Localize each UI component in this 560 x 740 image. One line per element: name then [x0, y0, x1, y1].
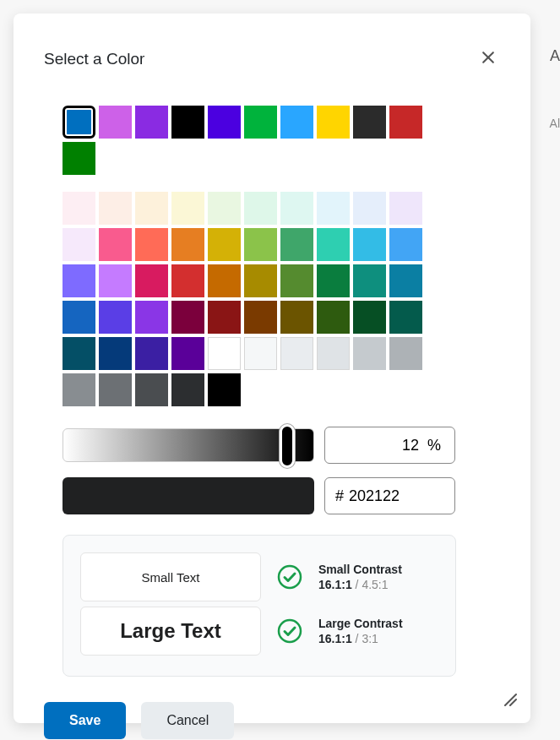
preview-row: #	[63, 477, 500, 514]
color-swatch[interactable]	[135, 301, 168, 334]
color-swatch[interactable]	[63, 106, 95, 139]
color-swatch[interactable]	[244, 264, 277, 297]
dialog-header: Select a Color	[44, 46, 500, 72]
color-swatch[interactable]	[99, 192, 132, 225]
color-swatch[interactable]	[135, 192, 168, 225]
extended-swatch-grid	[63, 192, 456, 406]
cancel-button[interactable]: Cancel	[141, 702, 234, 739]
color-picker-dialog: Select a Color % # Small Text Small Cont…	[14, 14, 530, 723]
color-swatch[interactable]	[353, 337, 386, 370]
color-swatch[interactable]	[280, 337, 313, 370]
color-swatch[interactable]	[63, 192, 95, 225]
color-swatch[interactable]	[244, 192, 277, 225]
color-swatch[interactable]	[389, 301, 422, 334]
small-contrast-ratio: 16.1:1 / 4.5:1	[318, 578, 402, 591]
color-swatch[interactable]	[208, 301, 241, 334]
color-swatch[interactable]	[280, 106, 313, 139]
color-swatch[interactable]	[244, 228, 277, 261]
color-swatch[interactable]	[208, 337, 241, 370]
color-swatch[interactable]	[353, 264, 386, 297]
large-contrast-label: Large Contrast	[318, 617, 403, 630]
color-swatch[interactable]	[389, 228, 422, 261]
color-swatch[interactable]	[135, 337, 168, 370]
color-swatch[interactable]	[244, 301, 277, 334]
color-swatch[interactable]	[135, 228, 168, 261]
color-swatch[interactable]	[317, 106, 350, 139]
color-swatch[interactable]	[171, 106, 204, 139]
color-swatch[interactable]	[353, 192, 386, 225]
lightness-row: %	[63, 427, 500, 464]
bg-fragment-1: A	[550, 47, 560, 65]
hex-input[interactable]	[349, 487, 433, 505]
color-swatch[interactable]	[63, 373, 95, 406]
color-swatch[interactable]	[317, 228, 350, 261]
color-swatch[interactable]	[63, 142, 95, 175]
small-contrast-info: Small Contrast 16.1:1 / 4.5:1	[318, 563, 402, 591]
color-swatch[interactable]	[353, 228, 386, 261]
color-swatch[interactable]	[280, 192, 313, 225]
lightness-slider[interactable]	[63, 428, 314, 462]
lightness-input-box: %	[324, 427, 455, 464]
color-swatch[interactable]	[208, 192, 241, 225]
color-swatch[interactable]	[99, 373, 132, 406]
color-swatch[interactable]	[280, 264, 313, 297]
svg-line-4	[505, 694, 516, 705]
lightness-slider-thumb[interactable]	[280, 424, 295, 468]
color-swatch[interactable]	[63, 264, 95, 297]
color-swatch[interactable]	[63, 301, 95, 334]
color-swatch[interactable]	[99, 337, 132, 370]
color-swatch[interactable]	[389, 337, 422, 370]
color-swatch[interactable]	[99, 106, 132, 139]
color-swatch[interactable]	[244, 337, 277, 370]
color-swatch[interactable]	[244, 106, 277, 139]
color-swatch[interactable]	[280, 228, 313, 261]
close-icon	[480, 49, 497, 66]
color-swatch[interactable]	[317, 192, 350, 225]
color-swatch[interactable]	[317, 264, 350, 297]
small-contrast-row: Small Text Small Contrast 16.1:1 / 4.5:1	[80, 552, 438, 601]
color-swatch[interactable]	[353, 106, 386, 139]
hex-prefix: #	[335, 487, 344, 505]
hex-input-box: #	[324, 477, 455, 514]
color-swatch[interactable]	[208, 264, 241, 297]
color-swatch[interactable]	[99, 228, 132, 261]
save-button[interactable]: Save	[44, 702, 126, 739]
lightness-unit: %	[427, 437, 441, 454]
color-swatch[interactable]	[99, 301, 132, 334]
check-pass-icon	[276, 563, 303, 590]
lightness-input[interactable]	[368, 437, 419, 454]
color-swatch[interactable]	[135, 373, 168, 406]
color-swatch[interactable]	[317, 301, 350, 334]
color-preview	[63, 477, 314, 514]
bg-fragment-2: Al	[550, 117, 560, 130]
large-contrast-ratio: 16.1:1 / 3:1	[318, 632, 403, 645]
color-swatch[interactable]	[171, 228, 204, 261]
close-button[interactable]	[476, 46, 500, 72]
color-swatch[interactable]	[353, 301, 386, 334]
color-swatch[interactable]	[208, 228, 241, 261]
color-swatch[interactable]	[63, 337, 95, 370]
color-swatch[interactable]	[63, 228, 95, 261]
resize-handle-icon[interactable]	[502, 691, 517, 710]
primary-swatch-row	[63, 106, 456, 175]
color-swatch[interactable]	[135, 106, 168, 139]
color-swatch[interactable]	[208, 373, 241, 406]
dialog-footer: Save Cancel	[44, 702, 500, 739]
color-swatch[interactable]	[171, 337, 204, 370]
color-swatch[interactable]	[280, 301, 313, 334]
color-swatch[interactable]	[171, 301, 204, 334]
color-swatch[interactable]	[171, 373, 204, 406]
color-swatch[interactable]	[389, 192, 422, 225]
svg-point-2	[279, 566, 301, 588]
color-swatch[interactable]	[135, 264, 168, 297]
color-swatch[interactable]	[389, 106, 422, 139]
color-swatch[interactable]	[99, 264, 132, 297]
small-contrast-label: Small Contrast	[318, 563, 402, 576]
dialog-title: Select a Color	[44, 50, 144, 68]
color-swatch[interactable]	[317, 337, 350, 370]
color-swatch[interactable]	[171, 192, 204, 225]
color-swatch[interactable]	[389, 264, 422, 297]
color-swatch[interactable]	[208, 106, 241, 139]
large-contrast-row: Large Text Large Contrast 16.1:1 / 3:1	[80, 607, 438, 656]
color-swatch[interactable]	[171, 264, 204, 297]
